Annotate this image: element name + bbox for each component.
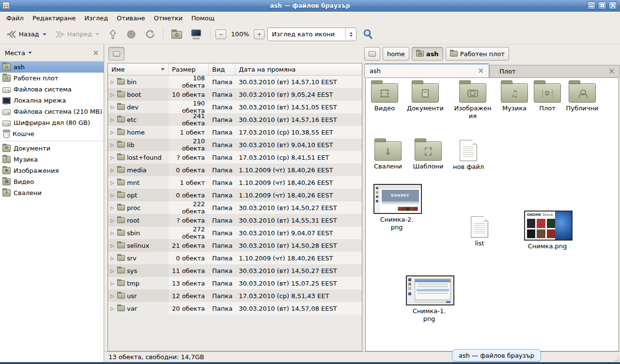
table-row[interactable]: ▷proc222 обектаПапка30.03.2010 (вт) 14,5… [108, 201, 362, 214]
table-row[interactable]: ▷bin108 обектаПапка30.03.2010 (вт) 14,57… [108, 76, 362, 88]
table-row[interactable]: ▷dev190 обектаПапка30.03.2010 (вт) 14,51… [108, 101, 362, 113]
table-row[interactable]: ▷mnt1 обектПапка1.10.2009 (чт) 18,40,26 … [108, 176, 362, 189]
expander-icon[interactable]: ▷ [109, 256, 115, 261]
expander-icon[interactable]: ▷ [109, 218, 115, 223]
file-item[interactable]: list [456, 216, 503, 247]
sidebar-item-ash[interactable]: ash [0, 61, 104, 73]
icon-view[interactable]: ВидеоДокументиИзображен ия♫МузикаDПлотПу… [365, 77, 619, 351]
expander-icon[interactable]: ▷ [109, 193, 115, 198]
column-header-modified[interactable]: Дата на промяна [235, 63, 362, 75]
stop-button[interactable] [124, 28, 139, 41]
tab-close-icon[interactable]: × [608, 68, 615, 75]
file-item[interactable]: нов файл [445, 140, 492, 171]
sidebar-close-icon[interactable]: × [93, 49, 99, 57]
forward-dropdown-caret[interactable] [95, 33, 99, 35]
reload-button[interactable] [142, 28, 158, 41]
expander-icon[interactable]: ▷ [109, 281, 115, 286]
expander-icon[interactable]: ▷ [109, 92, 115, 97]
computer-button[interactable] [188, 28, 205, 41]
expander-icon[interactable]: ▷ [109, 117, 115, 122]
expander-icon[interactable]: ▷ [109, 306, 115, 311]
expander-icon[interactable]: ▷ [109, 130, 115, 135]
menu-item[interactable]: Отметки [149, 13, 186, 23]
expander-icon[interactable]: ▷ [109, 230, 115, 236]
breadcrumb-Работен плот[interactable]: Работен плот [446, 47, 509, 61]
table-row[interactable]: ▷sys11 обектаПапка30.03.2010 (вт) 14,50,… [108, 264, 362, 277]
sidebar-item-Музика[interactable]: Музика [0, 154, 104, 165]
sidebar-item-Работен плот[interactable]: Работен плот [0, 73, 104, 84]
menu-item[interactable]: Редактиране [28, 13, 80, 23]
folder-item[interactable]: Видео [365, 83, 408, 112]
table-row[interactable]: ▷home1 обектПапка17.03.2010 (ср) 10,38,5… [108, 126, 362, 138]
expander-icon[interactable]: ▷ [109, 79, 115, 85]
expander-icon[interactable]: ▷ [109, 167, 115, 173]
expander-icon[interactable]: ▷ [109, 243, 115, 248]
menu-item[interactable]: Изглед [80, 13, 112, 23]
forward-button[interactable]: Напред [52, 29, 102, 40]
breadcrumb-home[interactable]: home [383, 47, 409, 61]
titlebar[interactable]: ash — файлов браузър [0, 0, 620, 12]
menu-item[interactable]: Помощ [187, 13, 219, 23]
table-row[interactable]: ▷lib210 обектаПапка30.03.2010 (вт) 9,04,… [108, 138, 362, 151]
maximize-button[interactable] [598, 1, 606, 10]
sidebar-item-Свалени[interactable]: Свалени [0, 187, 104, 198]
view-mode-combobox[interactable]: Изглед като икони [267, 28, 356, 41]
sidebar-item-Документи[interactable]: Документи [0, 143, 104, 154]
thumb-item[interactable]: GUADECСнимка-2. png [373, 184, 420, 232]
table-row[interactable]: ▷var20 обектаПапка30.03.2010 (вт) 14,57,… [108, 302, 362, 315]
expander-icon[interactable]: ▷ [109, 293, 115, 299]
expander-icon[interactable]: ▷ [109, 180, 115, 185]
column-header-name[interactable]: Име [108, 63, 169, 75]
table-row[interactable]: ▷srv0 обектаПапка1.10.2009 (чт) 18,40,26… [108, 252, 362, 264]
zoom-in-button[interactable]: + [254, 30, 264, 39]
table-row[interactable]: ▷selinux21 обектаПапка30.03.2010 (вт) 14… [108, 239, 362, 252]
expander-icon[interactable]: ▷ [109, 268, 115, 273]
table-row[interactable]: ▷boot10 обектаПапка30.03.2010 (вт) 9,05,… [108, 88, 362, 101]
tab-close-icon[interactable]: × [478, 67, 484, 75]
sidebar-item-Шифриран дял (80 GB)[interactable]: Шифриран дял (80 GB) [0, 117, 104, 128]
table-row[interactable]: ▷sbin272 обектаПапка30.03.2010 (вт) 9,04… [108, 227, 362, 239]
sidebar-item-Файлова система[interactable]: Файлова система [0, 84, 104, 95]
table-row[interactable]: ▷media0 обектаПапка1.10.2009 (чт) 18,40,… [108, 164, 362, 176]
combobox-spinner[interactable] [345, 28, 356, 41]
breadcrumb-ash[interactable]: ash [412, 47, 443, 61]
sidebar-item-Кошче[interactable]: Кошче [0, 128, 104, 139]
expander-icon[interactable]: ▷ [109, 155, 115, 160]
resize-grip[interactable] [613, 355, 619, 361]
breadcrumb-root[interactable] [108, 47, 124, 61]
back-dropdown-caret[interactable] [43, 33, 46, 35]
folder-item[interactable]: ↓Свалени [365, 141, 411, 170]
up-button[interactable] [105, 27, 121, 42]
expander-icon[interactable]: ▷ [109, 205, 115, 211]
table-row[interactable]: ▷etc241 обектаПапка30.03.2010 (вт) 14,57… [108, 113, 362, 126]
sidebar-item-Видео[interactable]: Видео [0, 176, 104, 187]
table-row[interactable]: ▷tmp13 обектаПапка30.03.2010 (вт) 15,07,… [108, 277, 362, 289]
sidebar-mode-select[interactable]: Места [5, 49, 32, 57]
search-button[interactable] [359, 27, 376, 42]
menu-item[interactable]: Отиване [112, 13, 149, 23]
tab-Плот[interactable]: Плот× [489, 65, 620, 77]
folder-item[interactable]: Изображен ия [450, 83, 496, 121]
minimize-button[interactable] [587, 1, 596, 10]
home-button[interactable] [169, 28, 185, 41]
column-header-size[interactable]: Размер [169, 63, 209, 75]
folder-item[interactable]: Публични [559, 83, 605, 112]
tab-ash[interactable]: ash× [364, 63, 489, 77]
menu-item[interactable]: Файл [2, 13, 28, 23]
back-button[interactable]: Назад [4, 29, 49, 40]
sidebar-item-Локална мрежа[interactable]: Локална мрежа [0, 95, 104, 106]
table-row[interactable]: ▷opt0 обектаПапка1.10.2009 (чт) 18,40,26… [108, 189, 362, 201]
breadcrumb-root[interactable] [364, 47, 380, 61]
zoom-out-button[interactable]: − [216, 30, 226, 39]
thumb-item[interactable]: Снимка-1. png [406, 275, 452, 323]
expander-icon[interactable]: ▷ [109, 142, 115, 148]
folder-item[interactable]: Документи [402, 83, 449, 112]
thumb-item[interactable]: GNOME StoreСнимка.png [524, 211, 571, 250]
column-header-type[interactable]: Вид [209, 63, 235, 75]
table-row[interactable]: ▷root? обектаПапка30.03.2010 (вт) 14,55,… [108, 214, 362, 227]
folder-item[interactable]: Шаблони [405, 141, 451, 170]
close-button[interactable] [608, 1, 617, 10]
table-row[interactable]: ▷usr12 обектаПапка17.03.2010 (ср) 8,51,4… [108, 289, 362, 302]
sidebar-item-Файлова система (210 MB)[interactable]: Файлова система (210 MB) [0, 106, 104, 117]
expander-icon[interactable]: ▷ [109, 105, 115, 110]
